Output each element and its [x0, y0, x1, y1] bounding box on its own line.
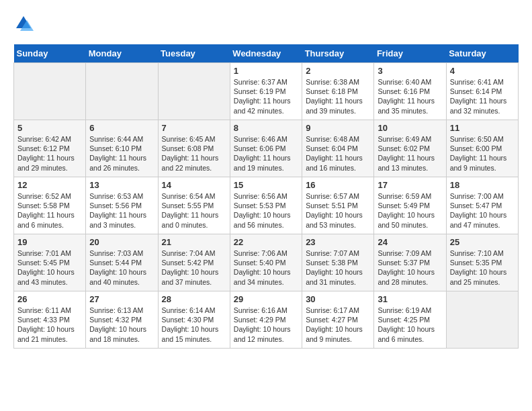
day-info: Sunrise: 6:40 AM Sunset: 6:16 PM Dayligh…	[378, 77, 442, 116]
calendar-cell: 14Sunrise: 6:54 AM Sunset: 5:55 PM Dayli…	[158, 177, 230, 234]
calendar-cell: 30Sunrise: 6:17 AM Sunset: 4:27 PM Dayli…	[302, 291, 374, 349]
calendar-week-3: 12Sunrise: 6:52 AM Sunset: 5:58 PM Dayli…	[14, 177, 519, 234]
calendar-cell: 8Sunrise: 6:46 AM Sunset: 6:06 PM Daylig…	[230, 120, 302, 177]
day-number: 10	[378, 123, 442, 133]
day-header-sunday: Sunday	[14, 44, 86, 63]
calendar-cell: 26Sunrise: 6:11 AM Sunset: 4:33 PM Dayli…	[14, 291, 86, 349]
calendar-week-5: 26Sunrise: 6:11 AM Sunset: 4:33 PM Dayli…	[14, 291, 519, 349]
day-info: Sunrise: 6:41 AM Sunset: 6:14 PM Dayligh…	[450, 77, 515, 116]
day-info: Sunrise: 6:19 AM Sunset: 4:25 PM Dayligh…	[378, 306, 442, 344]
day-header-monday: Monday	[86, 44, 158, 63]
day-number: 25	[450, 237, 515, 247]
calendar-cell: 5Sunrise: 6:42 AM Sunset: 6:12 PM Daylig…	[14, 120, 86, 177]
day-number: 7	[162, 123, 226, 133]
calendar-cell: 3Sunrise: 6:40 AM Sunset: 6:16 PM Daylig…	[374, 63, 446, 120]
calendar-cell: 2Sunrise: 6:38 AM Sunset: 6:18 PM Daylig…	[302, 63, 374, 120]
day-info: Sunrise: 6:42 AM Sunset: 6:12 PM Dayligh…	[17, 134, 82, 173]
day-info: Sunrise: 6:59 AM Sunset: 5:49 PM Dayligh…	[378, 191, 442, 230]
day-info: Sunrise: 6:37 AM Sunset: 6:19 PM Dayligh…	[234, 77, 298, 116]
day-number: 18	[450, 180, 515, 190]
calendar-cell: 25Sunrise: 7:10 AM Sunset: 5:35 PM Dayli…	[446, 234, 518, 291]
day-number: 19	[17, 237, 82, 247]
day-number: 11	[450, 123, 515, 133]
calendar-cell: 22Sunrise: 7:06 AM Sunset: 5:40 PM Dayli…	[230, 234, 302, 291]
calendar-cell: 7Sunrise: 6:45 AM Sunset: 6:08 PM Daylig…	[158, 120, 230, 177]
day-info: Sunrise: 6:16 AM Sunset: 4:29 PM Dayligh…	[234, 306, 298, 344]
calendar-cell: 4Sunrise: 6:41 AM Sunset: 6:14 PM Daylig…	[446, 63, 518, 120]
logo	[13, 13, 36, 34]
calendar-cell: 10Sunrise: 6:49 AM Sunset: 6:02 PM Dayli…	[374, 120, 446, 177]
calendar-cell	[446, 291, 518, 349]
day-number: 20	[89, 237, 154, 247]
day-number: 8	[234, 123, 298, 133]
day-number: 1	[234, 66, 298, 76]
day-info: Sunrise: 6:38 AM Sunset: 6:18 PM Dayligh…	[306, 77, 370, 116]
day-info: Sunrise: 6:11 AM Sunset: 4:33 PM Dayligh…	[17, 306, 82, 344]
calendar-cell: 1Sunrise: 6:37 AM Sunset: 6:19 PM Daylig…	[230, 63, 302, 120]
day-number: 27	[89, 294, 154, 304]
day-info: Sunrise: 7:01 AM Sunset: 5:45 PM Dayligh…	[17, 248, 82, 287]
calendar-cell: 28Sunrise: 6:14 AM Sunset: 4:30 PM Dayli…	[158, 291, 230, 349]
day-info: Sunrise: 6:14 AM Sunset: 4:30 PM Dayligh…	[162, 306, 226, 344]
calendar-cell: 18Sunrise: 7:00 AM Sunset: 5:47 PM Dayli…	[446, 177, 518, 234]
day-number: 31	[378, 294, 442, 304]
day-info: Sunrise: 6:56 AM Sunset: 5:53 PM Dayligh…	[234, 191, 298, 230]
day-info: Sunrise: 7:06 AM Sunset: 5:40 PM Dayligh…	[234, 248, 298, 287]
day-info: Sunrise: 6:44 AM Sunset: 6:10 PM Dayligh…	[89, 134, 154, 173]
logo-icon	[13, 13, 34, 34]
day-info: Sunrise: 6:50 AM Sunset: 6:00 PM Dayligh…	[450, 134, 515, 173]
day-info: Sunrise: 6:49 AM Sunset: 6:02 PM Dayligh…	[378, 134, 442, 173]
day-info: Sunrise: 7:09 AM Sunset: 5:37 PM Dayligh…	[378, 248, 442, 287]
calendar-cell: 21Sunrise: 7:04 AM Sunset: 5:42 PM Dayli…	[158, 234, 230, 291]
day-info: Sunrise: 7:07 AM Sunset: 5:38 PM Dayligh…	[306, 248, 370, 287]
day-number: 28	[162, 294, 226, 304]
day-number: 26	[17, 294, 82, 304]
day-info: Sunrise: 7:10 AM Sunset: 5:35 PM Dayligh…	[450, 248, 515, 287]
day-number: 5	[17, 123, 82, 133]
day-number: 14	[162, 180, 226, 190]
calendar-cell: 24Sunrise: 7:09 AM Sunset: 5:37 PM Dayli…	[374, 234, 446, 291]
calendar-week-2: 5Sunrise: 6:42 AM Sunset: 6:12 PM Daylig…	[14, 120, 519, 177]
day-header-thursday: Thursday	[302, 44, 374, 63]
day-info: Sunrise: 6:48 AM Sunset: 6:04 PM Dayligh…	[306, 134, 370, 173]
day-info: Sunrise: 7:03 AM Sunset: 5:44 PM Dayligh…	[89, 248, 154, 287]
day-number: 6	[89, 123, 154, 133]
day-number: 30	[306, 294, 370, 304]
header-row: SundayMondayTuesdayWednesdayThursdayFrid…	[14, 44, 519, 63]
day-header-wednesday: Wednesday	[230, 44, 302, 63]
day-info: Sunrise: 6:46 AM Sunset: 6:06 PM Dayligh…	[234, 134, 298, 173]
calendar-week-1: 1Sunrise: 6:37 AM Sunset: 6:19 PM Daylig…	[14, 63, 519, 120]
day-info: Sunrise: 6:54 AM Sunset: 5:55 PM Dayligh…	[162, 191, 226, 230]
calendar-cell: 27Sunrise: 6:13 AM Sunset: 4:32 PM Dayli…	[86, 291, 158, 349]
day-number: 17	[378, 180, 442, 190]
calendar-cell	[86, 63, 158, 120]
calendar-cell: 15Sunrise: 6:56 AM Sunset: 5:53 PM Dayli…	[230, 177, 302, 234]
calendar-cell: 29Sunrise: 6:16 AM Sunset: 4:29 PM Dayli…	[230, 291, 302, 349]
day-number: 29	[234, 294, 298, 304]
day-info: Sunrise: 6:52 AM Sunset: 5:58 PM Dayligh…	[17, 191, 82, 230]
calendar-cell: 6Sunrise: 6:44 AM Sunset: 6:10 PM Daylig…	[86, 120, 158, 177]
day-header-friday: Friday	[374, 44, 446, 63]
calendar-cell: 16Sunrise: 6:57 AM Sunset: 5:51 PM Dayli…	[302, 177, 374, 234]
day-number: 24	[378, 237, 442, 247]
calendar-table: SundayMondayTuesdayWednesdayThursdayFrid…	[13, 44, 519, 349]
day-number: 13	[89, 180, 154, 190]
day-info: Sunrise: 7:00 AM Sunset: 5:47 PM Dayligh…	[450, 191, 515, 230]
day-number: 3	[378, 66, 442, 76]
calendar-cell: 23Sunrise: 7:07 AM Sunset: 5:38 PM Dayli…	[302, 234, 374, 291]
calendar-cell: 9Sunrise: 6:48 AM Sunset: 6:04 PM Daylig…	[302, 120, 374, 177]
day-number: 22	[234, 237, 298, 247]
calendar-cell: 13Sunrise: 6:53 AM Sunset: 5:56 PM Dayli…	[86, 177, 158, 234]
day-info: Sunrise: 6:53 AM Sunset: 5:56 PM Dayligh…	[89, 191, 154, 230]
day-number: 2	[306, 66, 370, 76]
page-header	[13, 13, 519, 34]
calendar-cell	[14, 63, 86, 120]
calendar-cell: 20Sunrise: 7:03 AM Sunset: 5:44 PM Dayli…	[86, 234, 158, 291]
calendar-week-4: 19Sunrise: 7:01 AM Sunset: 5:45 PM Dayli…	[14, 234, 519, 291]
day-header-saturday: Saturday	[446, 44, 518, 63]
day-number: 21	[162, 237, 226, 247]
calendar-cell: 11Sunrise: 6:50 AM Sunset: 6:00 PM Dayli…	[446, 120, 518, 177]
day-header-tuesday: Tuesday	[158, 44, 230, 63]
calendar-cell	[158, 63, 230, 120]
calendar-cell: 17Sunrise: 6:59 AM Sunset: 5:49 PM Dayli…	[374, 177, 446, 234]
